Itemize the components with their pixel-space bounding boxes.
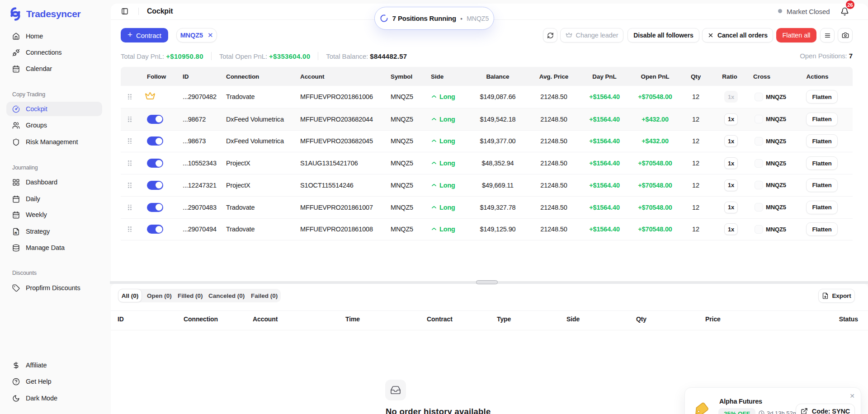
svg-text:AI: AI xyxy=(14,231,17,234)
